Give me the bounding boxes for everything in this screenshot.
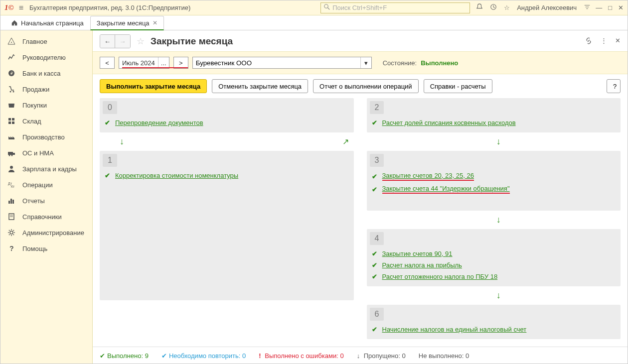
- op-indirect-costs[interactable]: Расчет долей списания косвенных расходов: [382, 119, 516, 126]
- sidebar-item-main[interactable]: Главное: [0, 33, 92, 49]
- svg-rect-18: [13, 153, 15, 155]
- logo-1c: 1©: [4, 3, 14, 12]
- op-profit-tax[interactable]: Расчет налога на прибыль: [382, 261, 462, 269]
- bell-icon[interactable]: [476, 3, 483, 12]
- stage-3-num: 3: [370, 154, 384, 167]
- nav-back-button[interactable]: ←: [100, 35, 115, 48]
- status-footer: ✔Выполнено: 9 ✔Необходимо повторить: 0 !…: [93, 347, 628, 364]
- op-close-20-23-25-26[interactable]: Закрытие счетов 20, 23, 25, 26: [382, 172, 474, 181]
- check-icon: ✔: [372, 326, 377, 333]
- nav-forward-button[interactable]: →: [115, 35, 130, 48]
- svg-line-1: [328, 8, 330, 10]
- sidebar-item-catalogs[interactable]: Справочники: [0, 209, 92, 225]
- tabs-bar: Начальная страница Закрытие месяца ✕: [0, 15, 628, 30]
- check-icon: ✔: [105, 119, 110, 126]
- user-name[interactable]: Андрей Алексеевич: [517, 4, 577, 11]
- op-unified-tax[interactable]: Начисление налогов на единый налоговый с…: [382, 326, 527, 333]
- sidebar-item-bank[interactable]: ₽Банк и касса: [0, 65, 92, 81]
- organization-dropdown-button[interactable]: ▾: [360, 57, 371, 68]
- sidebar-item-reports[interactable]: Отчеты: [0, 193, 92, 209]
- state-label: Состояние:: [383, 59, 417, 67]
- footer-repeat: ✔Необходимо повторить: 0: [161, 352, 246, 360]
- tab-month-close-label: Закрытие месяца: [97, 19, 150, 27]
- report-button[interactable]: Отчет о выполнении операций: [313, 79, 419, 93]
- op-deferred-tax[interactable]: Расчет отложенного налога по ПБУ 18: [382, 273, 498, 280]
- run-close-button[interactable]: Выполнить закрытие месяца: [100, 79, 207, 93]
- sidebar-item-production[interactable]: Производство: [0, 129, 92, 145]
- stage-4: 4 ✔Закрытие счетов 90, 91 ✔Расчет налога…: [367, 229, 621, 286]
- sidebar-item-assets[interactable]: ОС и НМА: [0, 145, 92, 161]
- arrow-diag-icon: ↗: [342, 137, 349, 146]
- settings-lines-icon[interactable]: [584, 3, 591, 12]
- check-icon: ✔: [105, 172, 110, 179]
- tab-close-icon[interactable]: ✕: [153, 19, 157, 26]
- search-input[interactable]: Поиск Ctrl+Shift+F: [320, 2, 470, 13]
- svg-point-19: [10, 166, 13, 169]
- stage-2-num: 2: [370, 101, 384, 114]
- sidebar-item-admin[interactable]: Администрирование: [0, 225, 92, 241]
- svg-point-10: [13, 91, 14, 93]
- tab-home[interactable]: Начальная страница: [4, 15, 90, 30]
- calc-button[interactable]: Справки - расчеты: [424, 79, 492, 93]
- svg-rect-22: [8, 201, 10, 204]
- svg-point-16: [9, 155, 10, 156]
- sidebar-item-hr[interactable]: Зарплата и кадры: [0, 161, 92, 177]
- svg-text:?: ?: [9, 244, 14, 252]
- organization-field[interactable]: ▾: [192, 57, 372, 69]
- main-area: Главное Руководителю ₽Банк и касса Прода…: [0, 30, 628, 364]
- svg-rect-13: [8, 121, 11, 124]
- history-icon[interactable]: [490, 3, 497, 12]
- titlebar: 1© ≡ Бухгалтерия предприятия, ред. 3.0 (…: [0, 0, 628, 15]
- svg-text:₽: ₽: [10, 71, 13, 76]
- tab-home-label: Начальная страница: [21, 19, 84, 27]
- stage-6-num: 6: [370, 308, 384, 321]
- svg-rect-15: [8, 152, 13, 155]
- op-repost-docs[interactable]: Перепроведение документов: [115, 119, 203, 126]
- minimize-icon[interactable]: —: [596, 4, 602, 11]
- check-icon: ✔: [372, 261, 377, 269]
- app-title: Бухгалтерия предприятия, ред. 3.0 (1С:Пр…: [29, 4, 190, 11]
- period-prev-button[interactable]: <: [100, 57, 115, 69]
- action-bar: Выполнить закрытие месяца Отменить закры…: [93, 74, 628, 98]
- favorite-star-icon[interactable]: ☆: [137, 36, 145, 47]
- op-close-44[interactable]: Закрытие счета 44 "Издержки обращения": [382, 185, 510, 194]
- star-icon[interactable]: ☆: [504, 4, 510, 11]
- menu-icon[interactable]: ≡: [19, 3, 23, 12]
- sidebar-item-warehouse[interactable]: Склад: [0, 113, 92, 129]
- period-value: Июль 2024: [122, 59, 155, 67]
- close-content-icon[interactable]: ✕: [615, 37, 621, 46]
- filter-bar: < Июль 2024 ... > ▾ Состояние: Выполнено: [93, 51, 628, 74]
- search-placeholder: Поиск Ctrl+Shift+F: [332, 4, 387, 11]
- svg-point-0: [324, 4, 328, 8]
- tab-month-close[interactable]: Закрытие месяца ✕: [90, 16, 164, 30]
- stage-2: 2 ✔Расчет долей списания косвенных расхо…: [367, 98, 621, 132]
- more-menu-icon[interactable]: ⋮: [601, 37, 607, 46]
- svg-point-17: [11, 155, 13, 156]
- cancel-close-button[interactable]: Отменить закрытие месяца: [212, 79, 308, 93]
- sidebar-item-operations[interactable]: ДтКтОперации: [0, 177, 92, 193]
- titlebar-controls: ☆ Андрей Алексеевич: [476, 3, 591, 12]
- sidebar: Главное Руководителю ₽Банк и касса Прода…: [0, 30, 93, 364]
- sidebar-item-manager[interactable]: Руководителю: [0, 49, 92, 65]
- arrows-0-1: ↓ ↗: [100, 136, 354, 147]
- help-button[interactable]: ?: [607, 79, 621, 93]
- svg-point-6: [11, 42, 12, 43]
- footer-done: ✔Выполнено: 9: [100, 352, 149, 360]
- stages-area: 0 ✔Перепроведение документов ↓ ↗ 1 ✔Корр…: [93, 98, 628, 347]
- svg-rect-24: [12, 200, 14, 204]
- stage-4-num: 4: [370, 232, 384, 245]
- op-close-90-91[interactable]: Закрытие счетов 90, 91: [382, 250, 453, 257]
- sidebar-item-purchases[interactable]: Покупки: [0, 97, 92, 113]
- footer-errors: ! Выполнено с ошибками: 0: [259, 352, 343, 360]
- op-cost-correction[interactable]: Корректировка стоимости номенклатуры: [115, 172, 238, 179]
- link-icon[interactable]: [585, 37, 593, 46]
- sidebar-item-sales[interactable]: Продажи: [0, 81, 92, 97]
- svg-point-9: [10, 91, 11, 93]
- close-window-icon[interactable]: ✕: [618, 4, 624, 11]
- arrow-down-icon: ↓: [377, 290, 621, 301]
- maximize-icon[interactable]: □: [608, 4, 612, 11]
- period-field[interactable]: Июль 2024 ...: [119, 57, 169, 69]
- sidebar-item-help[interactable]: ?Помощь: [0, 241, 92, 256]
- organization-input[interactable]: [193, 57, 360, 68]
- arrow-down-icon: ↓: [377, 215, 621, 225]
